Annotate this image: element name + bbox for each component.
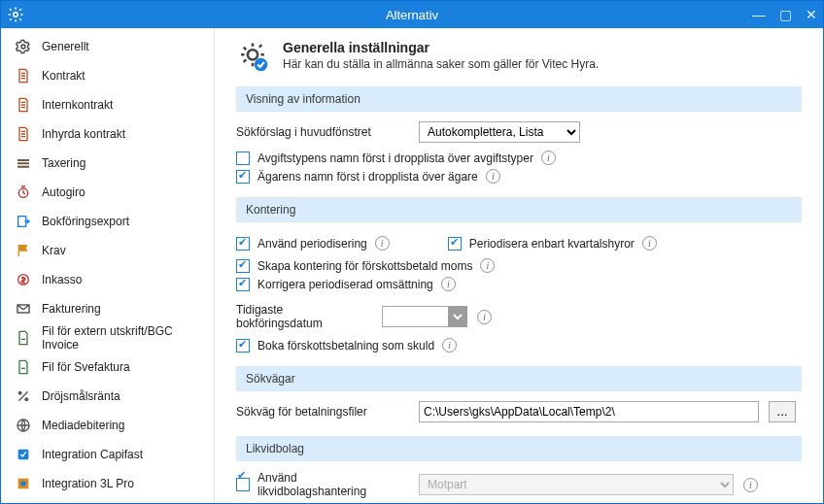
section-kontering: Kontering	[236, 197, 802, 222]
info-icon[interactable]: i	[642, 236, 657, 251]
sidebar-item-label: Fil för extern utskrift/BGC Invoice	[42, 324, 204, 352]
chk-boka-skuld[interactable]	[236, 339, 250, 353]
chk-boka-skuld-label: Boka förskottsbetalning som skuld	[258, 339, 434, 353]
sidebar-item-integration-capifast[interactable]: Integration Capifast	[1, 440, 214, 469]
globe-icon	[15, 417, 32, 434]
chk-likvidbolag-label: Använd likvidbolagshantering	[258, 471, 409, 498]
svg-point-12	[248, 50, 258, 59]
sidebar-item-label: Fil för Svefaktura	[42, 360, 130, 374]
earliest-date-input[interactable]	[382, 306, 448, 327]
earliest-date-label: Tidigaste bokföringsdatum	[236, 303, 372, 330]
sidebar-item-fil-svefaktura[interactable]: Fil för Svefaktura	[1, 353, 214, 382]
gear-icon	[15, 38, 32, 55]
section-likvidbolag: Likvidbolag	[236, 436, 802, 461]
title-bar: Alternativ — ▢ ✕	[1, 1, 823, 28]
section-visning: Visning av information	[236, 86, 802, 112]
browse-button[interactable]: ...	[769, 401, 796, 422]
clock-icon	[15, 184, 32, 201]
info-icon[interactable]: i	[442, 338, 457, 353]
chk-kvartal-label: Periodisera enbart kvartalshyror	[469, 237, 635, 251]
percent-icon	[15, 387, 32, 405]
svg-point-7	[24, 397, 28, 401]
chk-periodisering[interactable]	[236, 237, 250, 251]
sidebar-item-kontrakt[interactable]: Kontrakt	[1, 61, 214, 90]
chk-agarens-label: Ägarens namn först i dropplista över äga…	[258, 170, 478, 184]
search-suggestions-select[interactable]: Autokomplettera, Lista	[419, 121, 580, 143]
page-title: Generella inställningar	[283, 40, 599, 55]
svg-point-11	[20, 481, 25, 486]
sidebar-item-label: Taxering	[42, 156, 86, 170]
sidebar-item-label: Internkontrakt	[42, 98, 113, 112]
sidebar-item-label: Krav	[42, 244, 66, 257]
chk-kvartal[interactable]	[448, 237, 462, 251]
sidebar-item-integration-3l-pro[interactable]: Integration 3L Pro	[1, 469, 214, 498]
info-icon[interactable]: i	[477, 310, 492, 324]
sidebar-item-inkasso[interactable]: Inkasso	[1, 265, 214, 294]
svg-point-1	[21, 45, 25, 49]
integration-icon	[15, 446, 32, 463]
sidebar-item-fil-extern-utskrift[interactable]: Fil för extern utskrift/BGC Invoice	[1, 323, 214, 353]
chk-avgiftstypens-label: Avgiftstypens namn först i dropplista öv…	[258, 151, 533, 165]
payment-path-label: Sökväg för betalningsfiler	[236, 405, 409, 419]
sidebar-item-mediadebitering[interactable]: Mediadebitering	[1, 411, 214, 440]
document-icon	[15, 125, 32, 143]
sidebar-item-bokforingsexport[interactable]: Bokföringsexport	[1, 207, 214, 236]
sidebar-item-label: Mediadebitering	[42, 419, 124, 432]
chk-forskottsbetald[interactable]	[236, 259, 250, 273]
sidebar-item-fakturering[interactable]: Fakturering	[1, 294, 214, 323]
section-sokvagar: Sökvägar	[236, 366, 802, 391]
chk-korrigera[interactable]	[236, 278, 250, 291]
likvidbolag-select[interactable]: Motpart	[419, 474, 734, 495]
sidebar-item-inhyrda-kontrakt[interactable]: Inhyrda kontrakt	[1, 119, 214, 149]
gear-check-icon	[236, 40, 269, 73]
payment-path-input[interactable]	[419, 401, 759, 422]
info-icon[interactable]: i	[480, 258, 495, 273]
page-subtitle: Här kan du ställa in allmänna saker som …	[283, 57, 599, 71]
chk-periodisering-label: Använd periodisering	[258, 237, 367, 251]
info-icon[interactable]: i	[486, 169, 500, 184]
integration-icon	[15, 475, 32, 492]
document-icon	[15, 67, 32, 84]
maximize-button[interactable]: ▢	[779, 7, 792, 22]
close-button[interactable]: ✕	[806, 7, 817, 22]
svg-point-0	[14, 13, 18, 17]
info-icon[interactable]: i	[441, 277, 456, 291]
sidebar-item-label: Inhyrda kontrakt	[42, 127, 125, 141]
sidebar-item-krav[interactable]: Krav	[1, 236, 214, 265]
file-icon	[15, 358, 32, 376]
sidebar-item-drojsmalsranta[interactable]: Dröjsmålsränta	[1, 382, 214, 411]
info-icon[interactable]: i	[743, 478, 758, 492]
file-icon	[15, 329, 32, 347]
sidebar-item-taxering[interactable]: Taxering	[1, 149, 214, 178]
info-icon[interactable]: i	[375, 236, 390, 251]
sidebar-item-label: Autogiro	[42, 185, 86, 199]
svg-point-6	[18, 391, 22, 395]
sidebar-item-generellt[interactable]: Generellt	[1, 32, 214, 61]
minimize-button[interactable]: —	[752, 7, 766, 22]
sidebar-item-label: Fakturering	[42, 302, 101, 316]
sidebar-item-autogiro[interactable]: Autogiro	[1, 178, 214, 207]
content-area: Generella inställningar Här kan du ställ…	[215, 28, 823, 503]
stack-icon	[15, 154, 32, 172]
sidebar-item-label: Integration Capifast	[42, 448, 143, 461]
sidebar: Generellt Kontrakt Internkontrakt Inhyrd…	[1, 28, 215, 503]
envelope-icon	[15, 300, 32, 318]
flag-icon	[15, 242, 32, 259]
chk-forskottsbetald-label: Skapa kontering för förskottsbetald moms	[258, 259, 472, 273]
money-icon	[15, 271, 32, 288]
chk-agarens[interactable]	[236, 170, 250, 184]
chk-avgiftstypens[interactable]	[236, 151, 250, 165]
sidebar-item-label: Generellt	[42, 40, 89, 53]
earliest-date-dropdown[interactable]	[448, 306, 467, 327]
search-suggestions-label: Sökförslag i huvudfönstret	[236, 125, 409, 139]
export-icon	[15, 213, 32, 230]
app-icon	[7, 6, 24, 23]
sidebar-item-label: Kontrakt	[42, 69, 86, 83]
sidebar-item-label: Bokföringsexport	[42, 215, 129, 228]
sidebar-item-internkontrakt[interactable]: Internkontrakt	[1, 90, 214, 119]
sidebar-item-label: Inkasso	[42, 273, 82, 286]
sidebar-item-label: Integration 3L Pro	[42, 477, 134, 490]
sidebar-item-label: Dröjsmålsränta	[42, 389, 120, 403]
chk-likvidbolag[interactable]	[236, 478, 250, 491]
info-icon[interactable]: i	[541, 151, 556, 165]
